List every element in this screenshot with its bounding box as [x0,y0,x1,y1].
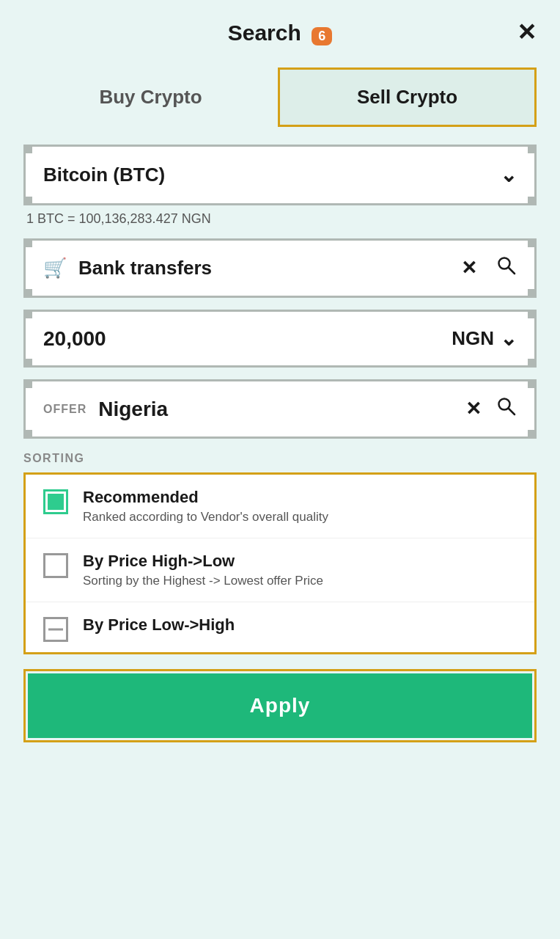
offer-prefix-label: OFFER [43,403,86,416]
tab-sell-crypto[interactable]: Sell Crypto [278,67,537,127]
sort-option-recommended[interactable]: Recommended Ranked according to Vendor's… [26,475,534,538]
tab-buy-crypto[interactable]: Buy Crypto [23,67,278,127]
corner-decoration [528,197,537,205]
svg-line-1 [509,268,515,274]
clear-payment-icon[interactable]: ✕ [461,257,477,279]
corner-decoration [528,359,537,368]
sort-price-low-high-content: By Price Low->High [83,615,517,637]
search-payment-icon[interactable] [496,255,517,281]
sort-recommended-desc: Ranked according to Vendor's overall qua… [83,510,517,525]
corner-decoration [528,379,537,388]
corner-decoration [23,310,32,318]
offer-country-field[interactable]: OFFER Nigeria ✕ [23,379,537,439]
payment-method-field[interactable]: 🛒 Bank transfers ✕ [23,238,537,298]
tab-switcher: Buy Crypto Sell Crypto [23,67,537,127]
corner-decoration [23,359,32,368]
sorting-options-box: Recommended Ranked according to Vendor's… [23,472,537,654]
sorting-label: SORTING [23,452,537,465]
corner-decoration [528,430,537,439]
close-button[interactable]: ✕ [517,21,537,44]
checkbox-price-high-low[interactable] [43,553,68,578]
apply-button[interactable]: Apply [28,673,532,738]
sort-recommended-content: Recommended Ranked according to Vendor's… [83,488,517,525]
offer-country-value: Nigeria [98,398,458,421]
header: Search 6 ✕ [0,0,560,60]
sort-price-high-low-title: By Price High->Low [83,552,517,571]
sort-option-price-low-high[interactable]: By Price Low->High [26,602,534,652]
chevron-down-icon: ⌄ [500,163,517,187]
sort-price-low-high-title: By Price Low->High [83,615,517,635]
search-offer-icon[interactable] [496,396,517,422]
corner-decoration [23,289,32,298]
corner-decoration [23,197,32,205]
crypto-select-field[interactable]: Bitcoin (BTC) ⌄ [23,145,537,205]
checkbox-price-low-high[interactable] [43,617,68,642]
header-badge: 6 [312,27,332,45]
clear-offer-icon[interactable]: ✕ [465,398,482,420]
checkbox-recommended[interactable] [43,489,68,514]
chevron-down-icon: ⌄ [500,326,517,351]
corner-decoration [23,430,32,439]
crypto-value: Bitcoin (BTC) [43,164,165,186]
corner-decoration [528,238,537,247]
amount-value: 20,000 [43,327,106,351]
sorting-section: SORTING Recommended Ranked according to … [23,452,537,654]
corner-decoration [23,238,32,247]
currency-dropdown[interactable]: NGN ⌄ [452,326,517,351]
payment-row: 🛒 Bank transfers ✕ [26,241,534,296]
sort-price-high-low-content: By Price High->Low Sorting by the Highes… [83,552,517,588]
currency-value: NGN [452,327,494,350]
corner-decoration [528,310,537,318]
header-title-text: Search [228,21,301,45]
corner-decoration [528,145,537,153]
sort-recommended-title: Recommended [83,488,517,507]
payment-method-label: Bank transfers [78,257,449,279]
exchange-rate: 1 BTC = 100,136,283.427 NGN [26,211,534,227]
corner-decoration [528,289,537,298]
amount-field[interactable]: 20,000 NGN ⌄ [23,310,537,368]
sort-option-price-high-low[interactable]: By Price High->Low Sorting by the Highes… [26,538,534,602]
offer-row: OFFER Nigeria ✕ [26,381,534,436]
header-title: Search 6 [228,21,333,45]
apply-button-wrapper: Apply [23,669,537,742]
svg-line-3 [509,409,515,415]
sort-price-high-low-desc: Sorting by the Highest -> Lowest offer P… [83,574,517,588]
cart-icon: 🛒 [43,257,67,279]
crypto-dropdown[interactable]: Bitcoin (BTC) ⌄ [26,147,534,203]
amount-row: 20,000 NGN ⌄ [26,312,534,365]
corner-decoration [23,379,32,388]
corner-decoration [23,145,32,153]
